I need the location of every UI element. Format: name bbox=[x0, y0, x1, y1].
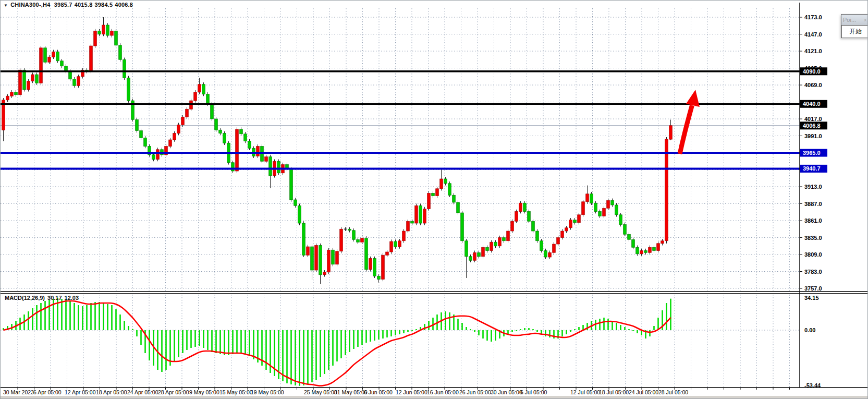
time-axis-labels[interactable]: 30 Mar 20236 Apr 05:0012 Apr 05:0018 Apr… bbox=[3, 388, 790, 395]
svg-text:3835.0: 3835.0 bbox=[804, 235, 822, 241]
svg-text:28 Jul 05:00: 28 Jul 05:00 bbox=[658, 389, 688, 395]
svg-text:-53.44: -53.44 bbox=[804, 382, 821, 389]
svg-text:34.15: 34.15 bbox=[804, 295, 819, 301]
svg-text:3913.0: 3913.0 bbox=[804, 184, 822, 190]
svg-text:4040.0: 4040.0 bbox=[803, 101, 821, 107]
chevron-down-icon[interactable]: ▼ bbox=[4, 3, 8, 8]
macd-signal-value: 12.03 bbox=[65, 295, 79, 301]
svg-text:24 Apr 05:00: 24 Apr 05:00 bbox=[127, 389, 158, 395]
svg-text:18 Apr 05:00: 18 Apr 05:00 bbox=[96, 389, 127, 395]
svg-text:4017.0: 4017.0 bbox=[804, 116, 822, 122]
svg-text:19 May 05:00: 19 May 05:00 bbox=[251, 389, 284, 395]
svg-text:3783.0: 3783.0 bbox=[804, 269, 822, 275]
svg-text:3965.0: 3965.0 bbox=[803, 150, 821, 156]
svg-text:31 May 05:00: 31 May 05:00 bbox=[334, 389, 368, 395]
svg-text:6 Jul 05:00: 6 Jul 05:00 bbox=[520, 389, 547, 395]
macd-name: MACD(12,26,9) bbox=[5, 295, 45, 301]
close-icon[interactable]: x bbox=[863, 17, 868, 22]
svg-text:4006.8: 4006.8 bbox=[803, 123, 821, 129]
svg-text:4069.0: 4069.0 bbox=[804, 82, 822, 88]
high-value: 4015.8 bbox=[75, 2, 93, 8]
svg-text:12 Apr 05:00: 12 Apr 05:00 bbox=[65, 389, 96, 395]
open-value: 3985.7 bbox=[54, 2, 72, 8]
low-value: 3984.5 bbox=[94, 2, 113, 8]
points-popup: Poi... x 开始 bbox=[841, 14, 868, 38]
chart-window: 4173.04147.04121.04095.04069.04043.04017… bbox=[0, 0, 868, 399]
svg-text:9 May 05:00: 9 May 05:00 bbox=[189, 389, 219, 395]
svg-text:18 Jul 05:00: 18 Jul 05:00 bbox=[599, 389, 629, 395]
svg-text:4121.0: 4121.0 bbox=[804, 48, 822, 54]
symbol-period-label: CHINA300-,H4 bbox=[10, 2, 50, 8]
svg-text:16 Jun 05:00: 16 Jun 05:00 bbox=[427, 389, 459, 395]
svg-text:30 Jun 05:00: 30 Jun 05:00 bbox=[491, 389, 522, 395]
svg-text:12 Jun 05:00: 12 Jun 05:00 bbox=[396, 389, 427, 395]
svg-text:4090.0: 4090.0 bbox=[803, 68, 821, 75]
svg-text:6 Apr 05:00: 6 Apr 05:00 bbox=[33, 389, 62, 395]
macd-main-value: 30.17 bbox=[47, 295, 62, 301]
svg-text:24 Jul 05:00: 24 Jul 05:00 bbox=[629, 389, 658, 395]
svg-text:12 Jul 05:00: 12 Jul 05:00 bbox=[570, 389, 600, 395]
svg-text:25 May 05:00: 25 May 05:00 bbox=[304, 389, 337, 395]
svg-text:3809.0: 3809.0 bbox=[804, 251, 822, 258]
popup-titlebar[interactable]: Poi... x bbox=[841, 15, 868, 25]
close-value: 4006.8 bbox=[115, 2, 133, 8]
svg-text:6 Jun 05:00: 6 Jun 05:00 bbox=[364, 389, 393, 395]
svg-text:26 Jun 05:00: 26 Jun 05:00 bbox=[459, 389, 491, 395]
svg-text:3940.7: 3940.7 bbox=[803, 165, 821, 172]
svg-text:28 Apr 05:00: 28 Apr 05:00 bbox=[158, 389, 189, 395]
chart-title: ▼CHINA300-,H4 3985.74015.83984.54006.8 bbox=[4, 2, 135, 8]
popup-title: Poi... bbox=[843, 17, 856, 23]
svg-text:3757.0: 3757.0 bbox=[804, 285, 822, 292]
svg-text:4173.0: 4173.0 bbox=[804, 14, 822, 20]
svg-text:0.00: 0.00 bbox=[804, 327, 815, 333]
svg-text:30 Mar 2023: 30 Mar 2023 bbox=[3, 389, 34, 395]
svg-text:15 May 05:00: 15 May 05:00 bbox=[219, 389, 253, 395]
candlestick-chart[interactable]: 4173.04147.04121.04095.04069.04043.04017… bbox=[1, 1, 868, 399]
svg-text:4147.0: 4147.0 bbox=[804, 31, 822, 38]
macd-indicator-label: MACD(12,26,9)30.1712.03 bbox=[5, 295, 81, 301]
window-bottom-edge bbox=[1, 396, 868, 399]
svg-text:3887.0: 3887.0 bbox=[804, 201, 822, 207]
start-button[interactable]: 开始 bbox=[841, 25, 868, 38]
svg-text:3991.0: 3991.0 bbox=[804, 133, 822, 139]
svg-text:3861.0: 3861.0 bbox=[804, 217, 822, 224]
